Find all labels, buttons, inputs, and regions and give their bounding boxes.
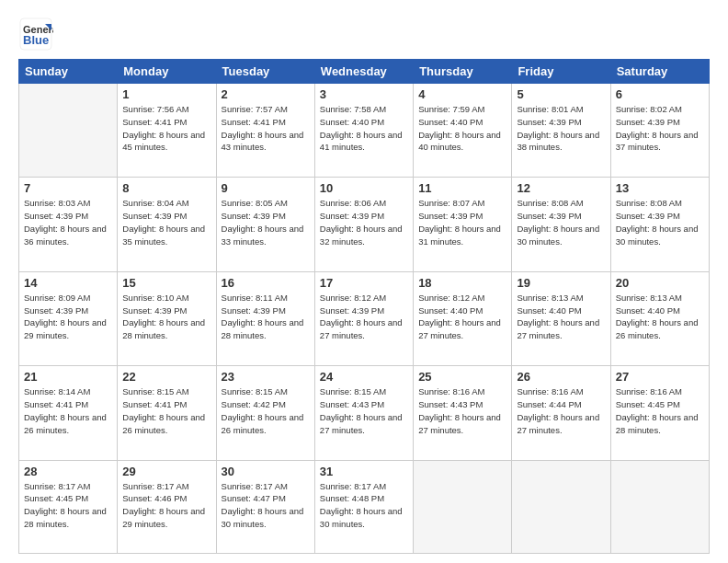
calendar-cell: 14Sunrise: 8:09 AMSunset: 4:39 PMDayligh… bbox=[19, 271, 118, 365]
day-info: Sunrise: 8:17 AMSunset: 4:45 PMDaylight:… bbox=[24, 480, 112, 531]
day-info: Sunrise: 7:58 AMSunset: 4:40 PMDaylight:… bbox=[320, 103, 408, 154]
logo: General Blue bbox=[18, 17, 53, 52]
day-info: Sunrise: 8:15 AMSunset: 4:42 PMDaylight:… bbox=[222, 385, 310, 436]
weekday-header-tuesday: Tuesday bbox=[216, 60, 314, 84]
calendar-cell: 31Sunrise: 8:17 AMSunset: 4:48 PMDayligh… bbox=[314, 460, 413, 553]
calendar-cell bbox=[610, 460, 709, 553]
day-info: Sunrise: 7:57 AMSunset: 4:41 PMDaylight:… bbox=[222, 103, 310, 154]
day-info: Sunrise: 8:11 AMSunset: 4:39 PMDaylight:… bbox=[222, 292, 310, 342]
day-info: Sunrise: 8:13 AMSunset: 4:40 PMDaylight:… bbox=[616, 292, 704, 342]
day-number: 24 bbox=[320, 370, 408, 384]
week-row-4: 21Sunrise: 8:14 AMSunset: 4:41 PMDayligh… bbox=[19, 366, 710, 460]
week-row-1: 1Sunrise: 7:56 AMSunset: 4:41 PMDaylight… bbox=[19, 84, 710, 178]
day-number: 30 bbox=[222, 465, 310, 478]
day-number: 27 bbox=[616, 370, 704, 384]
weekday-header-friday: Friday bbox=[512, 60, 610, 84]
calendar-cell: 8Sunrise: 8:04 AMSunset: 4:39 PMDaylight… bbox=[118, 178, 216, 271]
calendar-cell: 21Sunrise: 8:14 AMSunset: 4:41 PMDayligh… bbox=[19, 366, 118, 460]
day-number: 19 bbox=[517, 276, 605, 290]
day-info: Sunrise: 8:03 AMSunset: 4:39 PMDaylight:… bbox=[24, 197, 112, 247]
day-number: 3 bbox=[320, 87, 408, 101]
calendar-cell: 24Sunrise: 8:15 AMSunset: 4:43 PMDayligh… bbox=[314, 366, 413, 460]
calendar-cell: 19Sunrise: 8:13 AMSunset: 4:40 PMDayligh… bbox=[512, 271, 610, 365]
day-info: Sunrise: 8:14 AMSunset: 4:41 PMDaylight:… bbox=[24, 385, 112, 436]
calendar-cell: 6Sunrise: 8:02 AMSunset: 4:39 PMDaylight… bbox=[610, 84, 709, 178]
calendar-cell bbox=[414, 460, 512, 553]
weekday-header-wednesday: Wednesday bbox=[314, 60, 413, 84]
calendar-cell: 18Sunrise: 8:12 AMSunset: 4:40 PMDayligh… bbox=[414, 271, 512, 365]
logo-icon: General Blue bbox=[18, 17, 53, 52]
day-info: Sunrise: 8:02 AMSunset: 4:39 PMDaylight:… bbox=[616, 103, 704, 154]
day-number: 29 bbox=[122, 465, 210, 478]
calendar-table: SundayMondayTuesdayWednesdayThursdayFrid… bbox=[18, 59, 710, 554]
day-number: 7 bbox=[24, 181, 112, 195]
day-number: 26 bbox=[517, 370, 605, 384]
day-number: 12 bbox=[517, 181, 605, 195]
weekday-header-thursday: Thursday bbox=[414, 60, 512, 84]
calendar-cell bbox=[19, 84, 118, 178]
day-number: 17 bbox=[320, 276, 408, 290]
day-number: 4 bbox=[418, 87, 506, 101]
calendar-cell: 20Sunrise: 8:13 AMSunset: 4:40 PMDayligh… bbox=[610, 271, 709, 365]
day-number: 5 bbox=[517, 87, 605, 101]
week-row-3: 14Sunrise: 8:09 AMSunset: 4:39 PMDayligh… bbox=[19, 271, 710, 365]
day-number: 1 bbox=[122, 87, 210, 101]
week-row-2: 7Sunrise: 8:03 AMSunset: 4:39 PMDaylight… bbox=[19, 178, 710, 271]
day-number: 9 bbox=[222, 181, 310, 195]
calendar-cell: 2Sunrise: 7:57 AMSunset: 4:41 PMDaylight… bbox=[216, 84, 314, 178]
day-number: 2 bbox=[222, 87, 310, 101]
calendar-cell: 3Sunrise: 7:58 AMSunset: 4:40 PMDaylight… bbox=[314, 84, 413, 178]
day-number: 11 bbox=[418, 181, 506, 195]
day-info: Sunrise: 8:08 AMSunset: 4:39 PMDaylight:… bbox=[616, 197, 704, 247]
calendar-cell bbox=[512, 460, 610, 553]
page: General Blue SundayMondayTuesdayWednesda… bbox=[0, 0, 728, 563]
svg-text:Blue: Blue bbox=[23, 33, 49, 47]
weekday-header-monday: Monday bbox=[118, 60, 216, 84]
calendar-cell: 10Sunrise: 8:06 AMSunset: 4:39 PMDayligh… bbox=[314, 178, 413, 271]
header: General Blue bbox=[18, 17, 710, 52]
day-info: Sunrise: 8:16 AMSunset: 4:43 PMDaylight:… bbox=[418, 385, 506, 436]
day-info: Sunrise: 8:04 AMSunset: 4:39 PMDaylight:… bbox=[122, 197, 210, 247]
calendar-cell: 30Sunrise: 8:17 AMSunset: 4:47 PMDayligh… bbox=[216, 460, 314, 553]
day-info: Sunrise: 8:08 AMSunset: 4:39 PMDaylight:… bbox=[517, 197, 605, 247]
day-info: Sunrise: 8:15 AMSunset: 4:41 PMDaylight:… bbox=[122, 385, 210, 436]
day-info: Sunrise: 8:17 AMSunset: 4:47 PMDaylight:… bbox=[222, 480, 310, 531]
day-info: Sunrise: 7:56 AMSunset: 4:41 PMDaylight:… bbox=[122, 103, 210, 154]
day-info: Sunrise: 8:05 AMSunset: 4:39 PMDaylight:… bbox=[222, 197, 310, 247]
day-number: 22 bbox=[122, 370, 210, 384]
calendar-cell: 16Sunrise: 8:11 AMSunset: 4:39 PMDayligh… bbox=[216, 271, 314, 365]
day-info: Sunrise: 8:17 AMSunset: 4:48 PMDaylight:… bbox=[320, 480, 408, 531]
calendar-cell: 25Sunrise: 8:16 AMSunset: 4:43 PMDayligh… bbox=[414, 366, 512, 460]
day-info: Sunrise: 7:59 AMSunset: 4:40 PMDaylight:… bbox=[418, 103, 506, 154]
day-number: 16 bbox=[222, 276, 310, 290]
day-number: 18 bbox=[418, 276, 506, 290]
day-number: 25 bbox=[418, 370, 506, 384]
day-number: 14 bbox=[24, 276, 112, 290]
calendar-cell: 26Sunrise: 8:16 AMSunset: 4:44 PMDayligh… bbox=[512, 366, 610, 460]
day-info: Sunrise: 8:07 AMSunset: 4:39 PMDaylight:… bbox=[418, 197, 506, 247]
calendar-cell: 1Sunrise: 7:56 AMSunset: 4:41 PMDaylight… bbox=[118, 84, 216, 178]
day-number: 20 bbox=[616, 276, 704, 290]
weekday-header-row: SundayMondayTuesdayWednesdayThursdayFrid… bbox=[19, 60, 710, 84]
day-number: 23 bbox=[222, 370, 310, 384]
weekday-header-saturday: Saturday bbox=[610, 60, 709, 84]
day-info: Sunrise: 8:12 AMSunset: 4:40 PMDaylight:… bbox=[418, 292, 506, 342]
day-info: Sunrise: 8:01 AMSunset: 4:39 PMDaylight:… bbox=[517, 103, 605, 154]
day-info: Sunrise: 8:16 AMSunset: 4:45 PMDaylight:… bbox=[616, 385, 704, 436]
day-info: Sunrise: 8:16 AMSunset: 4:44 PMDaylight:… bbox=[517, 385, 605, 436]
calendar-cell: 4Sunrise: 7:59 AMSunset: 4:40 PMDaylight… bbox=[414, 84, 512, 178]
day-number: 21 bbox=[24, 370, 112, 384]
week-row-5: 28Sunrise: 8:17 AMSunset: 4:45 PMDayligh… bbox=[19, 460, 710, 553]
calendar-cell: 5Sunrise: 8:01 AMSunset: 4:39 PMDaylight… bbox=[512, 84, 610, 178]
day-info: Sunrise: 8:09 AMSunset: 4:39 PMDaylight:… bbox=[24, 292, 112, 342]
calendar-cell: 15Sunrise: 8:10 AMSunset: 4:39 PMDayligh… bbox=[118, 271, 216, 365]
day-info: Sunrise: 8:10 AMSunset: 4:39 PMDaylight:… bbox=[122, 292, 210, 342]
day-number: 8 bbox=[122, 181, 210, 195]
day-info: Sunrise: 8:15 AMSunset: 4:43 PMDaylight:… bbox=[320, 385, 408, 436]
calendar-cell: 7Sunrise: 8:03 AMSunset: 4:39 PMDaylight… bbox=[19, 178, 118, 271]
day-number: 15 bbox=[122, 276, 210, 290]
day-number: 31 bbox=[320, 465, 408, 478]
calendar-cell: 23Sunrise: 8:15 AMSunset: 4:42 PMDayligh… bbox=[216, 366, 314, 460]
day-number: 6 bbox=[616, 87, 704, 101]
day-number: 13 bbox=[616, 181, 704, 195]
